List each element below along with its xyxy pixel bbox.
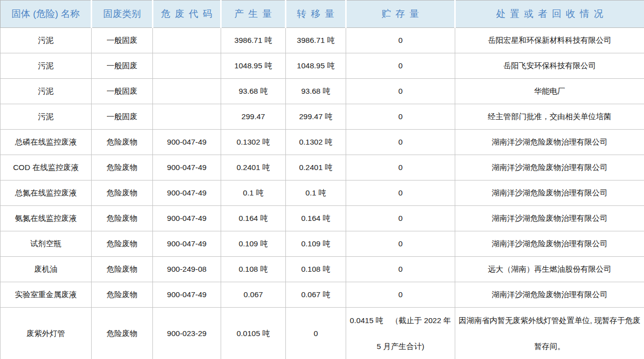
cell-category: 危险废物 <box>92 155 153 180</box>
cell-transferred-amount: 0.067 吨 <box>286 282 346 308</box>
cell-hazard-code <box>153 28 221 53</box>
cell-hazard-code: 900-047-49 <box>153 206 221 231</box>
cell-transferred-amount: 0.2401 吨 <box>286 155 346 180</box>
header-disposal: 处置或者回收情况 <box>455 0 644 28</box>
cell-disposal-info: 岳阳宏星和环保新材料科技有限公司 <box>455 28 644 53</box>
cell-transferred-amount: 0.109 吨 <box>286 231 346 257</box>
cell-produced-amount: 0.108 吨 <box>221 257 286 282</box>
table-row: 污泥 一般固废 93.68 吨 93.68 吨 0 华能电厂 <box>0 79 644 104</box>
cell-disposal-info: 经主管部门批准，交由相关单位培菌 <box>455 104 644 130</box>
cell-stored-amount: 0.0415 吨 （截止于 2022 年 5 月产生合计) <box>346 308 455 359</box>
table-row: 污泥 一般固废 3986.71 吨 3986.71 吨 0 岳阳宏星和环保新材料… <box>0 28 644 53</box>
cell-solid-name: 总氮在线监控废液 <box>0 180 92 206</box>
header-transferred: 转移量 <box>286 0 346 28</box>
table-row: 废紫外灯管 危险废物 900-023-29 0.0105 吨 0 0.0415 … <box>0 308 644 359</box>
cell-solid-name: 污泥 <box>0 28 92 53</box>
cell-category: 危险废物 <box>92 231 153 257</box>
cell-produced-amount: 0.164 吨 <box>221 206 286 231</box>
cell-hazard-code: 900-047-49 <box>153 155 221 180</box>
cell-disposal-info: 湖南洋沙湖危险废物治理有限公司 <box>455 231 644 257</box>
cell-disposal-info: 湖南洋沙湖危险废物治理有限公司 <box>455 155 644 180</box>
table-row: 氨氮在线监控废液 危险废物 900-047-49 0.164 吨 0.164 吨… <box>0 206 644 231</box>
cell-category: 危险废物 <box>92 282 153 308</box>
cell-stored-amount: 0 <box>346 104 455 130</box>
table-row: 总磷在线监控废液 危险废物 900-047-49 0.1302 吨 0.1302… <box>0 130 644 155</box>
cell-solid-name: 总磷在线监控废液 <box>0 130 92 155</box>
cell-produced-amount: 93.68 吨 <box>221 79 286 104</box>
header-hazard-code: 危废代码 <box>153 0 221 28</box>
cell-solid-name: 氨氮在线监控废液 <box>0 206 92 231</box>
cell-category: 一般固废 <box>92 28 153 53</box>
cell-solid-name: COD 在线监控废液 <box>0 155 92 180</box>
cell-stored-amount: 0 <box>346 257 455 282</box>
cell-hazard-code <box>153 79 221 104</box>
cell-produced-amount: 0.0105 吨 <box>221 308 286 359</box>
cell-produced-amount: 1048.95 吨 <box>221 53 286 79</box>
cell-transferred-amount: 3986.71 吨 <box>286 28 346 53</box>
cell-stored-amount: 0 <box>346 28 455 53</box>
cell-stored-amount: 0 <box>346 231 455 257</box>
cell-disposal-info: 湖南洋沙湖危险废物治理有限公司 <box>455 282 644 308</box>
cell-solid-name: 废紫外灯管 <box>0 308 92 359</box>
cell-transferred-amount: 0.164 吨 <box>286 206 346 231</box>
table-row: 污泥 一般固废 299.47 299.47 吨 0 经主管部门批准，交由相关单位… <box>0 104 644 130</box>
header-stored: 贮存量 <box>346 0 455 28</box>
cell-disposal-info: 湖南洋沙湖危险废物治理有限公司 <box>455 206 644 231</box>
cell-category: 危险废物 <box>92 257 153 282</box>
cell-stored-amount: 0 <box>346 130 455 155</box>
header-produced: 产生量 <box>221 0 286 28</box>
cell-category: 危险废物 <box>92 130 153 155</box>
cell-transferred-amount: 0.1 吨 <box>286 180 346 206</box>
table-row: COD 在线监控废液 危险废物 900-047-49 0.2401 吨 0.24… <box>0 155 644 180</box>
cell-hazard-code <box>153 53 221 79</box>
cell-disposal-info: 湖南洋沙湖危险废物治理有限公司 <box>455 180 644 206</box>
cell-produced-amount: 0.1302 吨 <box>221 130 286 155</box>
cell-produced-amount: 0.1 吨 <box>221 180 286 206</box>
cell-stored-amount: 0 <box>346 79 455 104</box>
cell-disposal-info: 因湖南省内暂无废紫外线灯管处置单位, 现暂存于危废暂存间。 <box>455 308 644 359</box>
cell-hazard-code: 900-047-49 <box>153 231 221 257</box>
cell-hazard-code: 900-047-49 <box>153 282 221 308</box>
cell-produced-amount: 3986.71 吨 <box>221 28 286 53</box>
cell-stored-amount: 0 <box>346 155 455 180</box>
cell-hazard-code <box>153 104 221 130</box>
cell-category: 一般固废 <box>92 79 153 104</box>
cell-transferred-amount: 93.68 吨 <box>286 79 346 104</box>
cell-disposal-info: 岳阳飞安环保科技有限公司 <box>455 53 644 79</box>
header-row: 固体 (危险) 名称 固废类别 危废代码 产生量 转移量 贮存量 处置或者回收情… <box>0 0 644 28</box>
cell-disposal-info: 华能电厂 <box>455 79 644 104</box>
cell-stored-amount: 0 <box>346 180 455 206</box>
cell-disposal-info: 湖南洋沙湖危险废物治理有限公司 <box>455 130 644 155</box>
cell-transferred-amount: 1048.95 吨 <box>286 53 346 79</box>
cell-stored-amount: 0 <box>346 282 455 308</box>
cell-category: 危险废物 <box>92 180 153 206</box>
cell-solid-name: 实验室重金属废液 <box>0 282 92 308</box>
cell-solid-name: 污泥 <box>0 53 92 79</box>
table-row: 废机油 危险废物 900-249-08 0.108 吨 0.108 吨 0 远大… <box>0 257 644 282</box>
header-solid-name: 固体 (危险) 名称 <box>0 0 92 28</box>
cell-category: 一般固废 <box>92 104 153 130</box>
table-row: 实验室重金属废液 危险废物 900-047-49 0.067 0.067 吨 0… <box>0 282 644 308</box>
cell-solid-name: 废机油 <box>0 257 92 282</box>
cell-disposal-info: 远大（湖南）再生燃油股份有限公司 <box>455 257 644 282</box>
cell-solid-name: 试剂空瓶 <box>0 231 92 257</box>
cell-category: 危险废物 <box>92 206 153 231</box>
waste-report-page: 固体 (危险) 名称 固废类别 危废代码 产生量 转移量 贮存量 处置或者回收情… <box>0 0 644 359</box>
cell-produced-amount: 0.109 吨 <box>221 231 286 257</box>
header-category: 固废类别 <box>92 0 153 28</box>
table-row: 总氮在线监控废液 危险废物 900-047-49 0.1 吨 0.1 吨 0 湖… <box>0 180 644 206</box>
cell-stored-amount: 0 <box>346 206 455 231</box>
cell-category: 危险废物 <box>92 308 153 359</box>
cell-stored-amount: 0 <box>346 53 455 79</box>
cell-produced-amount: 0.2401 吨 <box>221 155 286 180</box>
cell-hazard-code: 900-023-29 <box>153 308 221 359</box>
cell-produced-amount: 299.47 <box>221 104 286 130</box>
cell-transferred-amount: 0.108 吨 <box>286 257 346 282</box>
cell-hazard-code: 900-249-08 <box>153 257 221 282</box>
cell-hazard-code: 900-047-49 <box>153 180 221 206</box>
waste-table: 固体 (危险) 名称 固废类别 危废代码 产生量 转移量 贮存量 处置或者回收情… <box>0 0 644 359</box>
cell-category: 一般固废 <box>92 53 153 79</box>
cell-transferred-amount: 0 <box>286 308 346 359</box>
table-row: 污泥 一般固废 1048.95 吨 1048.95 吨 0 岳阳飞安环保科技有限… <box>0 53 644 79</box>
cell-transferred-amount: 0.1302 吨 <box>286 130 346 155</box>
